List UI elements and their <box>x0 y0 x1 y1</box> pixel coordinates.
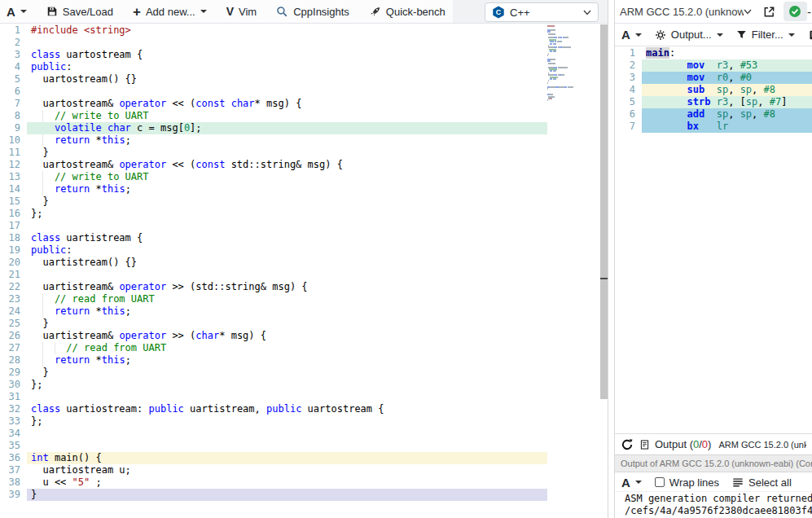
code-line[interactable]: public: <box>27 61 547 73</box>
code-line[interactable]: return *this; <box>27 305 547 318</box>
code-line[interactable] <box>27 269 547 281</box>
code-line[interactable]: u << "5" ; <box>27 476 547 489</box>
code-line[interactable]: } <box>27 489 547 501</box>
code-line[interactable] <box>27 220 547 232</box>
libraries-button[interactable]: Libraries <box>808 29 812 41</box>
asm-line[interactable]: main: <box>642 47 812 59</box>
code-line[interactable]: uartistream& operator >> (std::string& m… <box>27 281 547 293</box>
wrap-lines-toggle[interactable]: Wrap lines <box>655 476 719 489</box>
line-number: 23 <box>0 293 20 305</box>
wrap-lines-checkbox[interactable] <box>655 477 665 487</box>
quick-bench-button[interactable]: Quick-bench <box>369 6 446 18</box>
asm-line[interactable]: mov r3, #53 <box>642 59 812 72</box>
chevron-down-icon <box>788 33 795 37</box>
code-line[interactable]: // read from UART <box>27 342 547 354</box>
line-number: 19 <box>0 244 20 257</box>
asm-line[interactable]: mov r0, #0 <box>642 72 812 84</box>
code-line[interactable]: }; <box>27 208 547 220</box>
select-all-label: Select all <box>748 476 792 489</box>
code-line[interactable]: } <box>27 195 547 208</box>
line-number: 16 <box>0 208 20 220</box>
indent-guide <box>42 183 43 195</box>
chevron-down-icon <box>744 9 752 15</box>
code-line[interactable]: return *this; <box>27 354 547 367</box>
code-line[interactable]: } <box>27 147 547 159</box>
compiler-select[interactable]: ARM GCC 15.2.0 (unknown-eabi) <box>620 6 757 18</box>
code-line[interactable]: } <box>27 367 547 379</box>
select-all-button[interactable]: Select all <box>732 476 792 489</box>
code-line[interactable]: uartostream& operator << (const char* ms… <box>27 98 547 110</box>
code-line[interactable]: return *this; <box>27 134 547 147</box>
open-in-new-window-button[interactable] <box>763 6 775 18</box>
more-menu-clipped[interactable]: - <box>807 5 811 19</box>
compile-status-button[interactable] <box>783 2 807 21</box>
vim-toggle-button[interactable]: V Vim <box>226 5 257 18</box>
asm-line[interactable]: strb r3, [sp, #7] <box>642 96 812 108</box>
line-number: 20 <box>0 257 20 269</box>
line-number: 6 <box>615 108 635 121</box>
recompile-button[interactable] <box>621 438 634 451</box>
asm-line[interactable]: sub sp, sp, #8 <box>642 84 812 96</box>
line-number: 10 <box>0 134 20 147</box>
compiler-explorer-window: A Save/Load + Add new... V Vim CppInsigh… <box>0 0 812 518</box>
line-number: 4 <box>615 84 635 96</box>
code-line[interactable]: uartostream() {} <box>27 73 547 86</box>
asm-line[interactable]: bx lr <box>642 121 812 133</box>
output-counter-button[interactable]: Output (0/0) <box>639 438 711 450</box>
line-number: 22 <box>0 281 20 293</box>
asm-editor[interactable]: 1234567 main: mov r3, #53 mov r0, #0 sub… <box>615 47 812 433</box>
save-load-label: Save/Load <box>63 6 113 18</box>
scrollbar-cursor-marker <box>600 278 608 279</box>
asm-font-size-menu[interactable]: A <box>621 28 642 42</box>
code-line[interactable] <box>27 428 547 440</box>
code-line[interactable]: uartistream() {} <box>27 257 547 269</box>
font-size-label: A <box>7 5 15 19</box>
pane-splitter[interactable] <box>608 0 615 518</box>
code-line[interactable]: int main() { <box>27 452 547 464</box>
code-line[interactable]: return *this; <box>27 183 547 195</box>
code-line[interactable] <box>27 440 547 452</box>
cppinsights-button[interactable]: CppInsights <box>276 6 349 18</box>
line-number: 7 <box>0 98 20 110</box>
asm-line[interactable]: add sp, sp, #8 <box>642 108 812 121</box>
indent-guide <box>42 110 43 122</box>
output-pane-tab[interactable]: Output of ARM GCC 15.2.0 (unknown-eabi) … <box>615 454 812 472</box>
filter-menu[interactable]: Filter... <box>736 29 795 41</box>
add-new-button[interactable]: + Add new... <box>133 5 207 19</box>
line-number: 1 <box>615 47 635 59</box>
language-select[interactable]: C C++ <box>485 2 599 22</box>
chevron-down-icon <box>20 10 27 13</box>
save-load-button[interactable]: Save/Load <box>46 6 113 18</box>
code-line[interactable]: uartistream& operator >> (char* msg) { <box>27 330 547 342</box>
code-line[interactable]: }; <box>27 379 547 391</box>
asm-toolbar: A Output... Filter... Libraries <box>615 24 812 46</box>
code-line[interactable]: uartostream& operator << (const std::str… <box>27 159 547 171</box>
code-line[interactable]: #include <string> <box>27 24 547 37</box>
code-line[interactable] <box>27 86 547 98</box>
output-font-size-menu[interactable]: A <box>621 476 642 489</box>
wrap-lines-label: Wrap lines <box>669 476 719 489</box>
code-line[interactable]: class uartiostream: public uartistream, … <box>27 403 547 415</box>
editor-scrollbar[interactable] <box>600 24 608 399</box>
code-line[interactable] <box>27 391 547 403</box>
code-line[interactable]: // read from UART <box>27 293 547 305</box>
code-line[interactable]: class uartostream { <box>27 49 547 61</box>
rocket-icon <box>369 6 381 18</box>
line-number: 2 <box>0 37 20 49</box>
code-line[interactable]: class uartistream { <box>27 232 547 244</box>
line-number: 4 <box>0 61 20 73</box>
output-options-menu[interactable]: Output... <box>655 29 723 41</box>
output-options-label: Output... <box>671 29 712 41</box>
code-line[interactable] <box>27 37 547 49</box>
code-line[interactable]: // write to UART <box>27 171 547 183</box>
code-line[interactable]: uartiostream u; <box>27 464 547 476</box>
minimap[interactable] <box>547 25 582 102</box>
font-size-menu[interactable]: A <box>7 5 27 19</box>
code-line[interactable]: volatile char c = msg[0]; <box>27 122 547 134</box>
cpp-logo-icon: C <box>492 6 505 19</box>
code-line[interactable]: // write to UART <box>27 110 547 122</box>
code-line[interactable]: }; <box>27 415 547 428</box>
code-line[interactable]: public: <box>27 244 547 257</box>
source-code-editor[interactable]: 1234567891011121314151617181920212223242… <box>0 24 608 518</box>
code-line[interactable]: } <box>27 318 547 330</box>
